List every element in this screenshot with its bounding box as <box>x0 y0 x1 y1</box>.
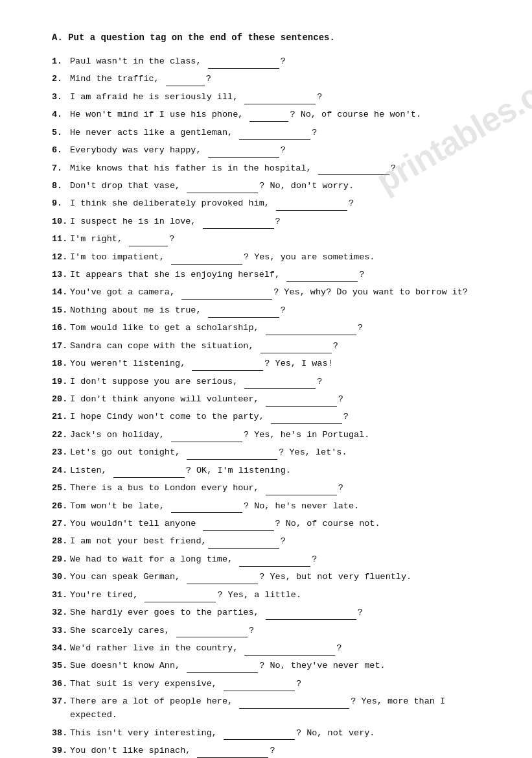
list-item: 9.I think she deliberately provoked him,… <box>52 196 493 211</box>
item-number: 20. <box>52 393 70 407</box>
sentence-text: I don't think anyone will volunteer, ? <box>70 392 493 407</box>
answer-blank[interactable] <box>286 268 358 282</box>
sentence-text: I don't suppose you are serious, ? <box>70 375 493 389</box>
answer-blank[interactable] <box>208 303 279 318</box>
answer-blank[interactable] <box>208 534 279 549</box>
answer-blank[interactable] <box>244 375 316 389</box>
answer-blank[interactable] <box>187 445 277 460</box>
item-number: 35. <box>52 659 70 673</box>
answer-blank[interactable] <box>208 143 279 158</box>
item-number: 19. <box>52 375 70 389</box>
answer-blank[interactable] <box>266 606 356 620</box>
item-number: 18. <box>52 357 70 371</box>
sentence-text: It appears that she is enjoying herself,… <box>70 268 493 282</box>
answer-blank[interactable] <box>271 410 342 424</box>
answer-blank[interactable] <box>171 499 242 514</box>
answer-blank[interactable] <box>187 659 258 673</box>
sentence-text: This isn't very interesting, ? No, not v… <box>70 726 493 740</box>
answer-blank[interactable] <box>224 677 295 691</box>
item-number: 24. <box>52 464 70 478</box>
sentence-text: You weren't listening, ? Yes, I was! <box>70 357 493 371</box>
item-number: 21. <box>52 410 70 424</box>
item-number: 1. <box>52 55 70 69</box>
item-number: 34. <box>52 642 70 656</box>
sentence-text: I think she deliberately provoked him, ? <box>70 196 493 211</box>
list-item: 11.I'm right, ? <box>52 232 493 246</box>
answer-blank[interactable] <box>239 694 349 709</box>
list-item: 7.Mike knows that his father is in the h… <box>52 161 493 176</box>
answer-blank[interactable] <box>203 215 274 229</box>
answer-blank[interactable] <box>249 108 288 122</box>
answer-blank[interactable] <box>171 250 242 265</box>
item-number: 29. <box>52 553 70 567</box>
item-number: 31. <box>52 589 70 602</box>
answer-blank[interactable] <box>266 481 337 495</box>
answer-blank[interactable] <box>181 285 272 300</box>
answer-blank[interactable] <box>166 72 205 86</box>
item-number: 28. <box>52 535 70 549</box>
answer-blank[interactable] <box>176 624 248 638</box>
list-item: 1.Paul wasn't in the class, ? <box>52 54 493 69</box>
sentence-text: Jack's on holiday, ? Yes, he's in Portug… <box>70 428 493 442</box>
sentence-text: He won't mind if I use his phone, ? No, … <box>70 108 493 122</box>
sentence-text: There are a lot of people here, ? Yes, m… <box>70 694 493 722</box>
answer-blank[interactable] <box>318 161 389 176</box>
list-item: 12.I'm too impatient, ? Yes, you are som… <box>52 250 493 265</box>
item-number: 4. <box>52 108 70 122</box>
item-number: 3. <box>52 91 70 104</box>
sentence-text: Sue doesn't know Ann, ? No, they've neve… <box>70 659 493 673</box>
sentence-text: You can speak German, ? Yes, but not ver… <box>70 570 493 584</box>
answer-blank[interactable] <box>203 517 274 531</box>
sentence-text: Listen, ? OK, I'm listening. <box>70 464 493 478</box>
section-letter: A. <box>52 32 63 43</box>
sentence-text: Tom won't be late, ? No, he's never late… <box>70 499 493 514</box>
answer-blank[interactable] <box>192 357 263 371</box>
sentence-text: Paul wasn't in the class, ? <box>70 54 493 69</box>
sentence-text: Don't drop that vase, ? No, don't worry. <box>70 179 493 193</box>
item-number: 36. <box>52 678 70 691</box>
list-item: 13.It appears that she is enjoying herse… <box>52 268 493 282</box>
answer-blank[interactable] <box>244 641 335 656</box>
answer-blank[interactable] <box>113 464 185 478</box>
list-item: 29.We had to wait for a long time, ? <box>52 552 493 567</box>
sentence-text: You wouldn't tell anyone ? No, of course… <box>70 517 493 531</box>
list-item: 25.There is a bus to London every hour, … <box>52 481 493 495</box>
answer-blank[interactable] <box>244 90 316 104</box>
sentence-text: Tom would like to get a scholarship, ? <box>70 321 493 335</box>
answer-blank[interactable] <box>145 588 216 602</box>
answer-blank[interactable] <box>276 196 347 211</box>
list-item: 18.You weren't listening, ? Yes, I was! <box>52 357 493 371</box>
answer-blank[interactable] <box>187 179 258 193</box>
answer-blank[interactable] <box>266 321 356 335</box>
sentence-text: Mike knows that his father is in the hos… <box>70 161 493 176</box>
answer-blank[interactable] <box>239 552 310 567</box>
sentence-text: We'd rather live in the country, ? <box>70 641 493 656</box>
item-number: 37. <box>52 695 70 709</box>
list-item: 19.I don't suppose you are serious, ? <box>52 375 493 389</box>
answer-blank[interactable] <box>260 339 332 353</box>
answer-blank[interactable] <box>208 54 279 69</box>
answer-blank[interactable] <box>171 428 242 442</box>
item-number: 17. <box>52 340 70 353</box>
sentence-text: I am not your best friend, ? <box>70 534 493 549</box>
answer-blank[interactable] <box>224 726 295 740</box>
item-number: 2. <box>52 73 70 86</box>
answer-blank[interactable] <box>129 232 168 246</box>
list-item: 31.You're tired, ? Yes, a little. <box>52 588 493 602</box>
sentence-text: Mind the traffic, ? <box>70 72 493 86</box>
list-item: 32.She hardly ever goes to the parties, … <box>52 606 493 620</box>
item-number: 32. <box>52 606 70 620</box>
list-item: 20.I don't think anyone will volunteer, … <box>52 392 493 407</box>
answer-blank[interactable] <box>187 570 258 584</box>
answer-blank[interactable] <box>266 392 337 407</box>
list-item: 39.You don't like spinach, ? <box>52 744 493 758</box>
answer-blank[interactable] <box>197 744 268 758</box>
list-item: 2.Mind the traffic, ? <box>52 72 493 86</box>
list-item: 8.Don't drop that vase, ? No, don't worr… <box>52 179 493 193</box>
list-item: 38.This isn't very interesting, ? No, no… <box>52 726 493 740</box>
item-number: 23. <box>52 446 70 460</box>
answer-blank[interactable] <box>239 126 310 140</box>
item-number: 39. <box>52 744 70 758</box>
sentence-text: I suspect he is in love, ? <box>70 215 493 229</box>
item-number: 6. <box>52 144 70 158</box>
